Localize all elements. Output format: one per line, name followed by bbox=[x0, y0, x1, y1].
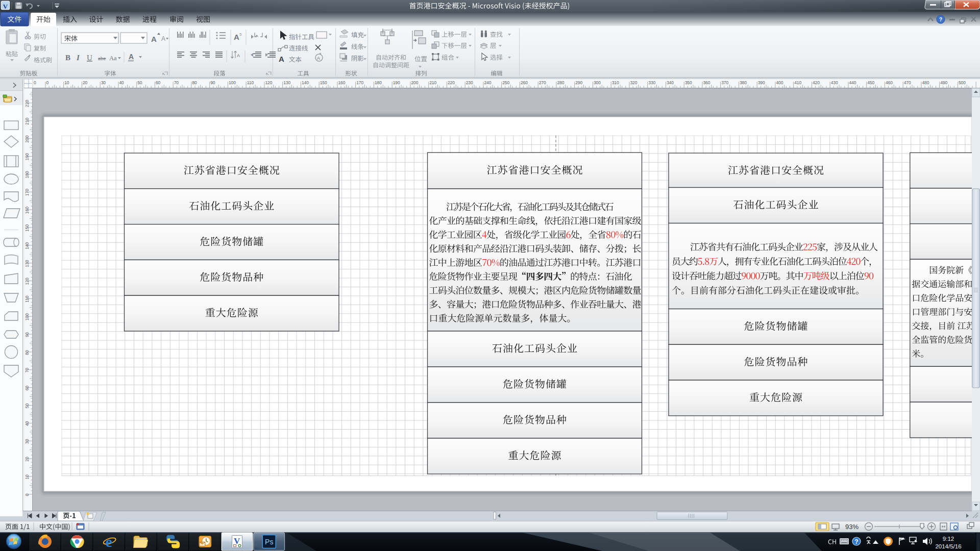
svg-text:160: 160 bbox=[24, 207, 30, 214]
svg-text:240: 240 bbox=[484, 80, 491, 85]
svg-text:90: 90 bbox=[210, 80, 215, 85]
svg-text:140: 140 bbox=[24, 242, 30, 249]
svg-text:170: 170 bbox=[24, 189, 30, 196]
svg-text:180: 180 bbox=[375, 80, 382, 85]
svg-text:V: V bbox=[3, 3, 8, 10]
svg-text:330: 330 bbox=[648, 80, 655, 85]
svg-text:150: 150 bbox=[24, 224, 30, 232]
svg-text:A: A bbox=[161, 35, 165, 42]
svg-text:40: 40 bbox=[119, 80, 124, 85]
svg-text:430: 430 bbox=[831, 80, 838, 85]
svg-text:70: 70 bbox=[24, 368, 30, 373]
svg-text:210: 210 bbox=[429, 80, 436, 85]
svg-text:30: 30 bbox=[24, 439, 30, 444]
svg-text:110: 110 bbox=[247, 80, 254, 85]
svg-text:70: 70 bbox=[174, 80, 179, 85]
svg-text:10: 10 bbox=[24, 474, 30, 480]
svg-text:470: 470 bbox=[904, 80, 911, 85]
svg-text:440: 440 bbox=[849, 80, 856, 85]
svg-text:Ps: Ps bbox=[265, 538, 273, 546]
svg-text:Aa: Aa bbox=[109, 55, 117, 62]
svg-text:400: 400 bbox=[776, 80, 783, 85]
svg-text:0: 0 bbox=[46, 80, 48, 85]
svg-text:390: 390 bbox=[758, 80, 765, 85]
svg-text:250: 250 bbox=[502, 80, 509, 85]
svg-text:170: 170 bbox=[356, 80, 363, 85]
svg-text:220: 220 bbox=[24, 100, 30, 107]
svg-text:A: A bbox=[237, 53, 240, 58]
svg-text:130: 130 bbox=[24, 260, 30, 267]
svg-text:?: ? bbox=[939, 17, 942, 22]
svg-text:500: 500 bbox=[959, 80, 966, 85]
svg-text:460: 460 bbox=[886, 80, 893, 85]
svg-text:20: 20 bbox=[83, 80, 88, 85]
svg-text:160: 160 bbox=[338, 80, 345, 85]
svg-text:320: 320 bbox=[630, 80, 637, 85]
svg-text:10: 10 bbox=[64, 80, 69, 85]
svg-text:2014/5/16: 2014/5/16 bbox=[935, 543, 961, 549]
svg-text:60: 60 bbox=[156, 80, 161, 85]
svg-text:220: 220 bbox=[448, 80, 455, 85]
svg-text:60: 60 bbox=[24, 386, 30, 391]
svg-text:290: 290 bbox=[575, 80, 582, 85]
svg-text:40: 40 bbox=[24, 421, 30, 426]
svg-text:180: 180 bbox=[24, 171, 30, 178]
svg-text:190: 190 bbox=[24, 153, 30, 160]
svg-text:100: 100 bbox=[24, 313, 30, 320]
svg-text:50: 50 bbox=[24, 404, 30, 409]
svg-text:280: 280 bbox=[557, 80, 564, 85]
svg-text:100: 100 bbox=[229, 80, 236, 85]
svg-text:190: 190 bbox=[393, 80, 400, 85]
svg-text:?: ? bbox=[854, 538, 858, 545]
svg-text:130: 130 bbox=[283, 80, 290, 85]
svg-text:0: 0 bbox=[24, 493, 30, 496]
svg-text:abe: abe bbox=[98, 55, 106, 61]
svg-text:0: 0 bbox=[34, 80, 36, 85]
svg-text:370: 370 bbox=[721, 80, 728, 85]
svg-text:230: 230 bbox=[466, 80, 473, 85]
svg-text:410: 410 bbox=[794, 80, 801, 85]
svg-text:350: 350 bbox=[685, 80, 692, 85]
svg-text:260: 260 bbox=[521, 80, 528, 85]
svg-text:480: 480 bbox=[922, 80, 929, 85]
svg-text:210: 210 bbox=[24, 117, 30, 124]
svg-text:420: 420 bbox=[813, 80, 820, 85]
svg-text:I: I bbox=[76, 54, 80, 62]
svg-text:490: 490 bbox=[940, 80, 947, 85]
svg-text:A: A bbox=[317, 56, 320, 61]
svg-text:30: 30 bbox=[101, 80, 106, 85]
svg-text:B: B bbox=[65, 54, 70, 62]
svg-text:340: 340 bbox=[667, 80, 674, 85]
svg-text:e: e bbox=[106, 533, 112, 550]
svg-text:93%: 93% bbox=[845, 523, 859, 531]
svg-text:270: 270 bbox=[539, 80, 546, 85]
svg-text:200: 200 bbox=[24, 135, 30, 142]
svg-text:A: A bbox=[279, 55, 284, 63]
svg-text:80: 80 bbox=[24, 350, 30, 355]
svg-text:5: 5 bbox=[239, 32, 242, 37]
svg-text:300: 300 bbox=[594, 80, 601, 85]
svg-text:A: A bbox=[234, 33, 239, 41]
svg-text:150: 150 bbox=[320, 80, 327, 85]
svg-text:80: 80 bbox=[192, 80, 197, 85]
svg-text:120: 120 bbox=[265, 80, 272, 85]
svg-text:380: 380 bbox=[740, 80, 747, 85]
svg-text:20: 20 bbox=[24, 457, 30, 462]
svg-text:9:12: 9:12 bbox=[943, 536, 954, 542]
svg-text:310: 310 bbox=[612, 80, 619, 85]
svg-text:120: 120 bbox=[24, 278, 30, 285]
svg-text:A: A bbox=[129, 53, 134, 61]
svg-text:U: U bbox=[87, 54, 92, 62]
svg-text:A: A bbox=[151, 35, 157, 43]
svg-text:90: 90 bbox=[24, 332, 30, 337]
svg-text:450: 450 bbox=[867, 80, 874, 85]
svg-text:200: 200 bbox=[411, 80, 418, 85]
svg-text:140: 140 bbox=[302, 80, 309, 85]
svg-text:110: 110 bbox=[24, 295, 30, 303]
svg-text:50: 50 bbox=[137, 80, 142, 85]
svg-text:360: 360 bbox=[703, 80, 710, 85]
